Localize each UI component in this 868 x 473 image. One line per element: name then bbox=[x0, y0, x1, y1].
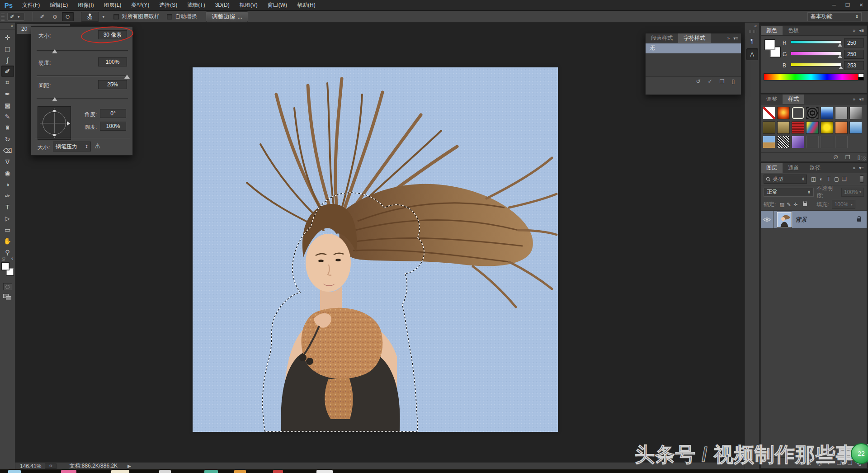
channel-value-B[interactable]: 253 bbox=[844, 61, 864, 70]
style-olive[interactable] bbox=[763, 121, 775, 134]
auto-enhance-option[interactable]: 自动增强 bbox=[167, 13, 197, 20]
document-canvas[interactable] bbox=[193, 67, 558, 432]
menu-item-视图(V)[interactable]: 视图(V) bbox=[235, 0, 263, 10]
subtract-from-selection-button[interactable]: ⊖ bbox=[62, 12, 74, 21]
lock-paint-icon[interactable]: ✎ bbox=[785, 202, 792, 208]
clone-stamp-tool[interactable]: ♜ bbox=[1, 122, 14, 133]
menu-item-3D(D)[interactable]: 3D(D) bbox=[210, 0, 235, 10]
menu-item-类型(Y)[interactable]: 类型(Y) bbox=[126, 0, 154, 10]
menu-item-窗口(W)[interactable]: 窗口(W) bbox=[263, 0, 292, 10]
char-tab-段落样式[interactable]: 段落样式 bbox=[646, 33, 678, 43]
spacing-slider[interactable] bbox=[37, 98, 128, 99]
eyedropper-tool[interactable]: ✒ bbox=[1, 88, 14, 99]
minimize-button[interactable]: ─ bbox=[827, 0, 841, 10]
foreground-color-swatch[interactable] bbox=[1, 262, 9, 270]
layer-name[interactable]: 背景 bbox=[795, 216, 807, 224]
style-blue-gloss[interactable] bbox=[821, 107, 833, 119]
channel-slider-thumb-B[interactable] bbox=[839, 66, 843, 69]
resize-grip[interactable] bbox=[861, 156, 866, 161]
tool-preset-picker[interactable]: ✐ ▾ bbox=[7, 13, 24, 21]
swap-colors-icon[interactable]: ◲↰ bbox=[2, 257, 14, 261]
spacing-value-box[interactable]: 25% bbox=[98, 80, 127, 89]
channel-value-G[interactable]: 250 bbox=[844, 50, 864, 59]
hardness-slider-thumb[interactable] bbox=[124, 75, 130, 79]
zoom-level[interactable]: 146.41% bbox=[20, 463, 41, 469]
healing-brush-tool[interactable]: ▩ bbox=[1, 99, 14, 111]
channel-slider-thumb-G[interactable] bbox=[838, 55, 842, 58]
color-tab-颜色[interactable]: 颜色 bbox=[761, 26, 783, 35]
style-red-glow[interactable] bbox=[777, 107, 790, 119]
size-slider-thumb[interactable] bbox=[52, 49, 57, 53]
marquee-tool[interactable]: ▢ bbox=[1, 43, 14, 54]
size-slider[interactable] bbox=[37, 50, 128, 51]
styles-tab-样式[interactable]: 样式 bbox=[783, 95, 804, 104]
auto-enhance-checkbox[interactable] bbox=[167, 14, 172, 19]
panel-collapse-icon[interactable]: » bbox=[853, 166, 856, 170]
sample-all-layers-option[interactable]: 对所有图层取样 bbox=[113, 13, 160, 20]
color-spectrum-ramp[interactable] bbox=[764, 73, 859, 80]
screen-mode-button[interactable] bbox=[3, 294, 12, 301]
menu-item-编辑(E)[interactable]: 编辑(E) bbox=[45, 0, 73, 10]
refine-edge-button[interactable]: 调整边缘 ... bbox=[206, 11, 248, 22]
style-landscape[interactable] bbox=[763, 136, 775, 148]
menu-item-图像(I)[interactable]: 图像(I) bbox=[73, 0, 99, 10]
lock-transparency-icon[interactable]: ▨ bbox=[778, 202, 785, 208]
style-empty-slot[interactable] bbox=[806, 136, 819, 148]
layer-filter-select[interactable]: 类型 ⇕ bbox=[764, 175, 807, 184]
opacity-value-box[interactable]: 100% ▾ bbox=[841, 188, 864, 197]
new-style-icon[interactable]: ❐ bbox=[845, 154, 850, 161]
workspace-switcher[interactable]: 基本功能 ⇕ bbox=[807, 12, 862, 21]
menu-item-滤镜(T)[interactable]: 滤镜(T) bbox=[182, 0, 210, 10]
lasso-tool[interactable]: ʃ bbox=[1, 54, 14, 66]
style-noise[interactable] bbox=[777, 136, 790, 148]
collapse-tools-icon[interactable]: » bbox=[0, 23, 15, 30]
brush-angle-widget[interactable] bbox=[38, 106, 71, 140]
style-empty-slot[interactable] bbox=[835, 136, 848, 148]
size-value-box[interactable]: 30 像素 bbox=[98, 30, 127, 39]
panel-menu-icon[interactable]: ▾≡ bbox=[733, 36, 738, 41]
path-selection-tool[interactable]: ▷ bbox=[1, 213, 14, 224]
menu-item-帮助(H)[interactable]: 帮助(H) bbox=[292, 0, 321, 10]
delete-style-icon[interactable]: ▯ bbox=[731, 78, 735, 85]
shape-tool[interactable]: ▭ bbox=[1, 224, 14, 235]
layer-thumbnail[interactable] bbox=[777, 212, 792, 227]
style-blue-square[interactable] bbox=[849, 121, 862, 134]
lock-position-icon[interactable]: ✛ bbox=[792, 202, 799, 208]
style-orange-gradient[interactable] bbox=[835, 121, 848, 134]
style-gold[interactable] bbox=[777, 121, 790, 134]
pen-tool[interactable]: ✑ bbox=[1, 190, 14, 201]
style-purple[interactable] bbox=[792, 136, 804, 148]
layers-tab-路径[interactable]: 路径 bbox=[804, 163, 826, 173]
type-filter-icon[interactable]: T bbox=[825, 176, 833, 182]
layer-visibility-toggle[interactable] bbox=[761, 211, 774, 228]
hand-tool[interactable]: ✋ bbox=[1, 235, 14, 246]
add-to-selection-button[interactable]: ⊕ bbox=[49, 12, 61, 21]
panel-menu-icon[interactable]: ▾≡ bbox=[859, 166, 864, 170]
angle-value-box[interactable]: 0° bbox=[100, 109, 126, 118]
dodge-tool[interactable]: ◑ bbox=[1, 179, 14, 190]
style-dark-rings[interactable] bbox=[806, 107, 819, 119]
style-empty-slot[interactable] bbox=[849, 136, 862, 148]
close-button[interactable]: ✕ bbox=[854, 0, 868, 10]
brush-tool[interactable]: ✎ bbox=[1, 111, 14, 122]
brush-size-dropdown[interactable]: 30 bbox=[81, 12, 99, 22]
pixel-filter-icon[interactable]: ◫ bbox=[810, 176, 817, 182]
shape-filter-icon[interactable]: ▢ bbox=[833, 176, 840, 182]
style-red-stripes[interactable] bbox=[792, 121, 804, 134]
style-empty-slot[interactable] bbox=[821, 136, 833, 148]
apply-style-icon[interactable]: ✓ bbox=[708, 78, 712, 85]
zoom-tool[interactable]: ⚲ bbox=[1, 246, 14, 258]
panel-collapse-icon[interactable]: » bbox=[853, 28, 856, 33]
panel-collapse-icon[interactable]: » bbox=[853, 97, 856, 102]
layers-tab-通道[interactable]: 通道 bbox=[783, 163, 804, 173]
restore-button[interactable]: ❐ bbox=[841, 0, 854, 10]
eraser-tool[interactable]: ⌫ bbox=[1, 145, 14, 156]
character-styles-panel-icon[interactable]: A bbox=[746, 48, 758, 60]
blend-mode-select[interactable]: 正常 ⇕ bbox=[764, 188, 814, 197]
layers-tab-图层[interactable]: 图层 bbox=[761, 163, 783, 173]
color-tab-色板[interactable]: 色板 bbox=[783, 26, 804, 35]
adjustment-filter-icon[interactable]: ◐ bbox=[817, 176, 825, 182]
clear-style-icon[interactable]: ∅ bbox=[833, 154, 838, 161]
fill-value-box[interactable]: 100% ▾ bbox=[832, 200, 855, 209]
menu-item-图层(L)[interactable]: 图层(L) bbox=[99, 0, 127, 10]
